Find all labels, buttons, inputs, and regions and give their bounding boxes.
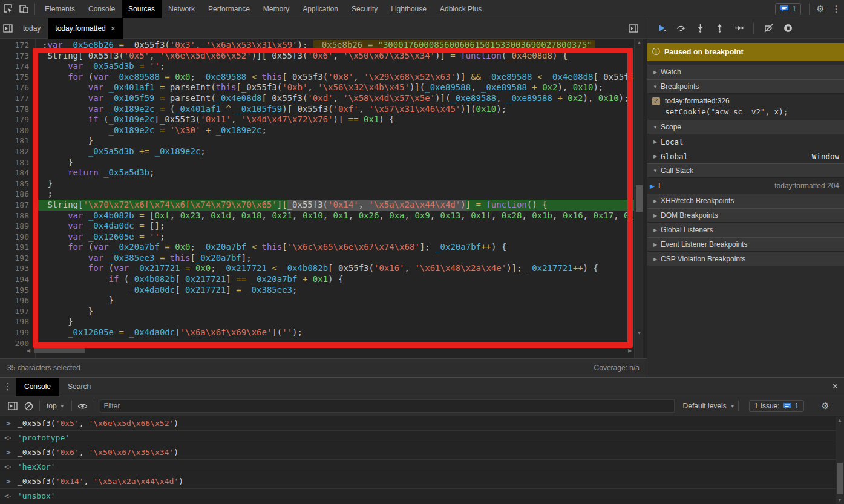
scroll-down-icon[interactable]: ▼ bbox=[635, 330, 644, 336]
code-text[interactable]: var _0x4da0dc = []; bbox=[35, 221, 634, 232]
scope-row-global[interactable]: ▶GlobalWindow bbox=[647, 149, 844, 163]
line-number[interactable]: 184 bbox=[0, 168, 35, 178]
file-tab-today[interactable]: today bbox=[16, 18, 48, 39]
line-number[interactable]: 179 bbox=[0, 114, 35, 125]
console-scroll-thumb[interactable] bbox=[837, 463, 843, 494]
panel-tab-elements[interactable]: Elements bbox=[38, 0, 82, 18]
code-line[interactable]: 180 _0x189e2c = '\x30' + _0x189e2c; bbox=[0, 125, 634, 136]
panel-tab-sources[interactable]: Sources bbox=[122, 0, 162, 18]
code-text[interactable]: for (var _0x20a7bf = 0x0; _0x20a7bf < th… bbox=[35, 242, 634, 253]
code-line[interactable]: 182 _0x5a5d3b += _0x189e2c; bbox=[0, 146, 634, 157]
code-line[interactable]: 173 String[_0x55f3('0x5', '\x6e\x5d\x66\… bbox=[0, 51, 634, 62]
code-line[interactable]: 192 var _0x385ee3 = this[_0x20a7bf]; bbox=[0, 253, 634, 264]
issues-badge[interactable]: 1 bbox=[775, 3, 801, 15]
code-line[interactable]: 191 for (var _0x20a7bf = 0x0; _0x20a7bf … bbox=[0, 242, 634, 253]
close-tab-icon[interactable]: × bbox=[111, 24, 116, 33]
line-number[interactable]: 199 bbox=[0, 327, 35, 338]
line-number[interactable]: 195 bbox=[0, 285, 35, 296]
step-over-icon[interactable] bbox=[673, 21, 689, 36]
line-number[interactable]: 173 bbox=[0, 51, 35, 62]
line-number[interactable]: 193 bbox=[0, 263, 35, 274]
code-text[interactable]: var _0x189e2c = (_0x401af1 ^ _0x105f59)[… bbox=[35, 104, 634, 115]
scroll-right-icon[interactable]: ▶ bbox=[626, 348, 634, 353]
breakpoint-checkbox[interactable]: ✓ bbox=[652, 97, 660, 105]
line-number[interactable]: 187 bbox=[0, 200, 35, 211]
editor-horizontal-scrollbar[interactable]: ◀ ▶ bbox=[24, 346, 634, 355]
twisty-icon[interactable]: ▶ bbox=[651, 154, 659, 159]
code-line[interactable]: 197 } bbox=[0, 306, 634, 317]
line-number[interactable]: 185 bbox=[0, 178, 35, 189]
sidebar-section-scope[interactable]: ▼Scope bbox=[647, 120, 844, 134]
code-text[interactable]: var _0x385ee3 = this[_0x20a7bf]; bbox=[35, 253, 634, 264]
code-text[interactable]: return _0x5a5d3b; bbox=[35, 168, 634, 178]
code-text[interactable]: var _0x401af1 = parseInt(this[_0x55f3('0… bbox=[35, 82, 634, 93]
code-line[interactable]: 172;var _0x5e8b26 = _0x55f3('0x3', '\x6a… bbox=[0, 40, 634, 51]
code-text[interactable]: if (_0x4b082b[_0x217721] == _0x20a7bf + … bbox=[35, 274, 634, 285]
code-text[interactable]: ;var _0x5e8b26 = _0x55f3('0x3', '\x6a\x5… bbox=[35, 40, 634, 51]
console-scrollbar[interactable]: ▲ ▼ bbox=[836, 417, 844, 504]
code-text[interactable]: } bbox=[35, 136, 634, 146]
code-text[interactable]: var _0x4b082b = [0xf, 0x23, 0x1d, 0x18, … bbox=[35, 211, 634, 221]
code-line[interactable]: 198 } bbox=[0, 316, 634, 327]
panel-tab-console[interactable]: Console bbox=[82, 0, 122, 18]
step-out-icon[interactable] bbox=[712, 21, 727, 36]
live-expression-eye-icon[interactable] bbox=[75, 398, 91, 414]
line-number[interactable]: 186 bbox=[0, 189, 35, 200]
code-line[interactable]: 199 _0x12605e = _0x4da0dc['\x6a\x6f\x69\… bbox=[0, 327, 634, 338]
device-toolbar-icon[interactable] bbox=[16, 1, 31, 17]
sidebar-section-event-listener-breakpoints[interactable]: ▶Event Listener Breakpoints bbox=[647, 237, 844, 252]
sidebar-section-watch[interactable]: ▶Watch bbox=[647, 65, 844, 79]
line-number[interactable]: 178 bbox=[0, 104, 35, 115]
panel-tab-application[interactable]: Application bbox=[296, 0, 345, 18]
code-text[interactable]: var _0x105f59 = parseInt(_0x4e08d8[_0x55… bbox=[35, 93, 634, 104]
settings-gear-icon[interactable]: ⚙ bbox=[813, 1, 828, 17]
deactivate-breakpoints-icon[interactable] bbox=[761, 21, 776, 36]
step-icon[interactable] bbox=[731, 21, 747, 36]
code-text[interactable]: _0x12605e = _0x4da0dc['\x6a\x6f\x69\x6e'… bbox=[35, 327, 634, 338]
code-text[interactable]: } bbox=[35, 316, 634, 327]
code-text[interactable]: _0x5a5d3b += _0x189e2c; bbox=[35, 146, 634, 157]
panel-tab-memory[interactable]: Memory bbox=[257, 0, 296, 18]
toggle-debugger-sidebar-icon[interactable] bbox=[626, 21, 641, 36]
more-options-kebab-icon[interactable]: ⋮ bbox=[828, 1, 844, 17]
step-into-icon[interactable] bbox=[692, 21, 708, 36]
line-number[interactable]: 192 bbox=[0, 253, 35, 264]
line-number[interactable]: 190 bbox=[0, 232, 35, 243]
file-tab-today-formatted[interactable]: today:formatted× bbox=[48, 18, 123, 39]
code-line[interactable]: 178 var _0x189e2c = (_0x401af1 ^ _0x105f… bbox=[0, 104, 634, 115]
code-line[interactable]: 181 } bbox=[0, 136, 634, 146]
console-filter-input[interactable] bbox=[100, 399, 675, 413]
code-line[interactable]: 179 if (_0x189e2c[_0x55f3('0x11', '\x4d\… bbox=[0, 114, 634, 125]
code-text[interactable]: ; bbox=[35, 189, 634, 200]
code-line[interactable]: 185 } bbox=[0, 178, 634, 189]
code-text[interactable]: _0x4da0dc[_0x217721] = _0x385ee3; bbox=[35, 285, 634, 296]
code-line[interactable]: 174 var _0x5a5d3b = ''; bbox=[0, 61, 634, 72]
javascript-context-select[interactable]: top ▼ bbox=[43, 402, 68, 410]
horizontal-scroll-thumb[interactable] bbox=[34, 348, 85, 353]
log-levels-dropdown[interactable]: Default levels ▼ bbox=[683, 402, 735, 410]
scope-row-local[interactable]: ▶Local bbox=[647, 134, 844, 149]
code-text[interactable]: var _0x5a5d3b = ''; bbox=[35, 61, 634, 72]
drawer-tab-console[interactable]: Console bbox=[16, 378, 59, 396]
line-number[interactable]: 175 bbox=[0, 72, 35, 83]
code-line[interactable]: 190 var _0x12605e = ''; bbox=[0, 232, 634, 243]
code-line[interactable]: 188 var _0x4b082b = [0xf, 0x23, 0x1d, 0x… bbox=[0, 211, 634, 221]
code-text[interactable]: String['\x70\x72\x6f\x74\x6f\x74\x79\x70… bbox=[35, 200, 634, 211]
breakpoint-entry[interactable]: ✓today:formatted:326setCookie("acw_sc__v… bbox=[647, 94, 844, 120]
code-text[interactable]: } bbox=[35, 306, 634, 317]
line-number[interactable]: 196 bbox=[0, 295, 35, 306]
line-number[interactable]: 198 bbox=[0, 316, 35, 327]
twisty-icon[interactable]: ▶ bbox=[651, 139, 659, 145]
code-text[interactable]: for (var _0x217721 = 0x0; _0x217721 < _0… bbox=[35, 263, 634, 274]
line-number[interactable]: 191 bbox=[0, 242, 35, 253]
code-line[interactable]: 186 ; bbox=[0, 189, 634, 200]
show-navigator-icon[interactable] bbox=[0, 21, 16, 36]
panel-tab-network[interactable]: Network bbox=[162, 0, 201, 18]
code-editor[interactable]: 172;var _0x5e8b26 = _0x55f3('0x3', '\x6a… bbox=[0, 39, 647, 358]
code-text[interactable]: } bbox=[35, 295, 634, 306]
scroll-up-icon[interactable]: ▲ bbox=[635, 40, 644, 45]
sidebar-section-breakpoints[interactable]: ▼Breakpoints bbox=[647, 79, 844, 94]
sidebar-section-global-listeners[interactable]: ▶Global Listeners bbox=[647, 223, 844, 237]
line-number[interactable]: 194 bbox=[0, 274, 35, 285]
code-text[interactable]: if (_0x189e2c[_0x55f3('0x11', '\x4d\x47\… bbox=[35, 114, 634, 125]
